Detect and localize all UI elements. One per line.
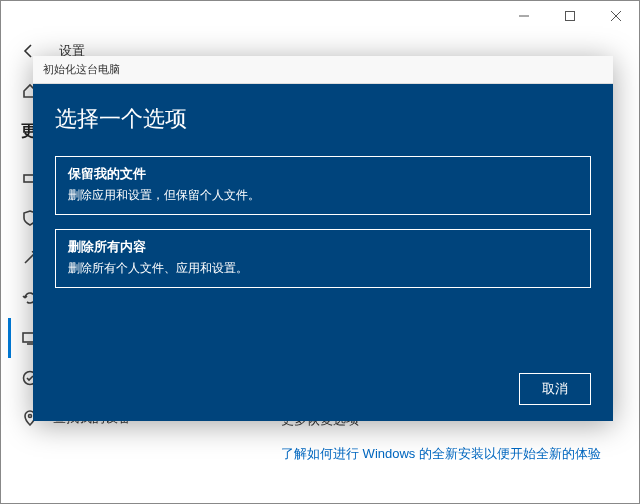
option-remove-everything[interactable]: 删除所有内容 删除所有个人文件、应用和设置。 [55, 229, 591, 288]
option-keep-files[interactable]: 保留我的文件 删除应用和设置，但保留个人文件。 [55, 156, 591, 215]
option-title: 删除所有内容 [68, 238, 578, 256]
maximize-button[interactable] [547, 1, 593, 31]
svg-point-7 [29, 415, 32, 418]
reset-pc-dialog: 初始化这台电脑 选择一个选项 保留我的文件 删除应用和设置，但保留个人文件。 删… [33, 56, 613, 421]
dialog-header: 初始化这台电脑 [33, 56, 613, 84]
dialog-title: 选择一个选项 [55, 104, 591, 134]
cancel-button[interactable]: 取消 [519, 373, 591, 405]
option-title: 保留我的文件 [68, 165, 578, 183]
minimize-button[interactable] [501, 1, 547, 31]
titlebar [1, 1, 639, 31]
close-button[interactable] [593, 1, 639, 31]
svg-rect-1 [566, 12, 575, 21]
option-desc: 删除所有个人文件、应用和设置。 [68, 260, 578, 277]
settings-window: 设置 更 激活 查找我的设备 更多恢复选项 了解如何 [0, 0, 640, 504]
option-desc: 删除应用和设置，但保留个人文件。 [68, 187, 578, 204]
fresh-install-link[interactable]: 了解如何进行 Windows 的全新安装以便开始全新的体验 [281, 445, 619, 463]
dialog-body: 选择一个选项 保留我的文件 删除应用和设置，但保留个人文件。 删除所有内容 删除… [33, 84, 613, 421]
